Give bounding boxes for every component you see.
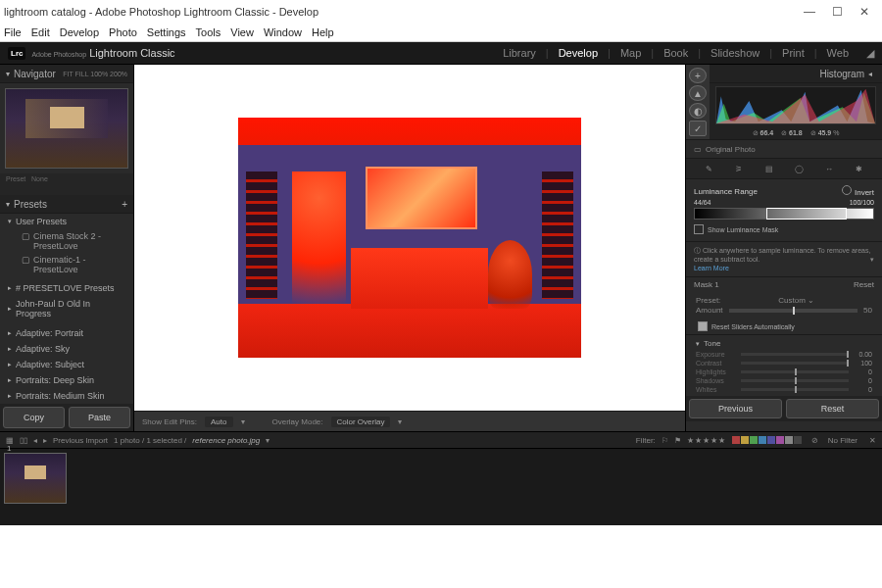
preset-group[interactable]: ▸Portraits: Medium Skin bbox=[0, 388, 133, 404]
amount-slider[interactable] bbox=[729, 309, 858, 313]
right-panel: + ▲ ◐ ✓ Histogram ◂ ⊘ 66.4 bbox=[685, 65, 882, 431]
paste-button[interactable]: Paste bbox=[69, 407, 130, 428]
linear-icon[interactable]: ▤ bbox=[762, 162, 776, 175]
app-header: Lrc Adobe Photoshop Lightroom Classic Li… bbox=[0, 42, 882, 65]
preset-group-user[interactable]: ▾User Presets bbox=[0, 214, 133, 229]
more-icon[interactable]: ✱ bbox=[853, 162, 866, 175]
add-mask-icon[interactable]: + bbox=[689, 68, 707, 83]
preset-group[interactable]: ▸Adaptive: Sky bbox=[0, 341, 133, 357]
show-mask-checkbox[interactable] bbox=[694, 224, 704, 234]
mask-reset-link[interactable]: Reset bbox=[854, 280, 874, 289]
module-web[interactable]: Web bbox=[827, 47, 849, 60]
tone-slider-row[interactable]: Shadows0 bbox=[686, 376, 882, 385]
tone-slider-row[interactable]: Whites0 bbox=[686, 385, 882, 394]
rating-filter[interactable]: ★★★★★ bbox=[687, 436, 726, 445]
module-slideshow[interactable]: Slideshow bbox=[710, 47, 760, 60]
module-library[interactable]: Library bbox=[503, 47, 536, 60]
navigator-preview[interactable] bbox=[5, 88, 128, 169]
previous-button[interactable]: Previous bbox=[689, 399, 782, 418]
maximize-button[interactable]: ☐ bbox=[823, 2, 851, 22]
flag-rejected-icon[interactable]: ⚑ bbox=[674, 436, 681, 445]
develop-toolbar: Show Edit Pins: Auto ▾ Overlay Mode: Col… bbox=[134, 411, 685, 431]
preset-group[interactable]: ▸Adaptive: Subject bbox=[0, 357, 133, 372]
copy-button[interactable]: Copy bbox=[3, 407, 65, 428]
lock-icon[interactable]: ⊘ bbox=[811, 436, 818, 445]
overlay-mode-value[interactable]: Color Overlay bbox=[331, 416, 391, 427]
filter-close-icon[interactable]: ✕ bbox=[869, 436, 876, 445]
histogram-display[interactable] bbox=[715, 86, 876, 124]
filmstrip: 1 bbox=[0, 448, 882, 525]
radial-icon[interactable]: ◯ bbox=[792, 162, 806, 175]
mask-thumb-icon[interactable]: ◐ bbox=[689, 103, 707, 119]
image-canvas[interactable] bbox=[134, 65, 685, 411]
navigator-header[interactable]: ▾ Navigator FIT FILL 100% 200% bbox=[0, 65, 133, 83]
preset-item[interactable]: ▢Cinema Stock 2 - PresetLove bbox=[0, 229, 133, 253]
tone-slider-row[interactable]: Exposure0.00 bbox=[686, 350, 882, 359]
menu-edit[interactable]: Edit bbox=[31, 26, 50, 38]
menu-photo[interactable]: Photo bbox=[109, 26, 137, 38]
menu-tools[interactable]: Tools bbox=[196, 26, 221, 38]
preset-group[interactable]: ▸Adaptive: Portrait bbox=[0, 325, 133, 341]
preset-item[interactable]: ▢Cinematic-1 - PresetLove bbox=[0, 253, 133, 276]
mask-thumb-icon[interactable]: ▲ bbox=[689, 85, 707, 101]
identity-plate-icon[interactable]: ◢ bbox=[866, 47, 874, 60]
range-icon[interactable]: ↔ bbox=[822, 162, 836, 175]
tool-strip: + ▲ ◐ ✓ bbox=[686, 65, 710, 139]
preset-group[interactable]: ▸Portraits: Deep Skin bbox=[0, 372, 133, 388]
filmstrip-thumbnail[interactable]: 1 bbox=[4, 453, 67, 504]
histogram-header[interactable]: Histogram ◂ bbox=[710, 65, 882, 83]
filename: reference photo.jpg bbox=[192, 436, 260, 445]
filmstrip-bar: ▦ ▯▯ ◂ ▸ Previous Import 1 photo / 1 sel… bbox=[0, 431, 882, 448]
source-label[interactable]: Previous Import bbox=[53, 436, 108, 445]
nav-fwd-icon[interactable]: ▸ bbox=[43, 436, 47, 445]
photo-icon: ▭ bbox=[694, 145, 702, 154]
mask-tool-icons: ✎ ⚞ ▤ ◯ ↔ ✱ bbox=[686, 158, 882, 179]
brush-icon[interactable]: ⚞ bbox=[732, 162, 746, 175]
close-button[interactable]: ✕ bbox=[851, 2, 878, 22]
show-pins-value[interactable]: Auto bbox=[205, 416, 232, 427]
tone-header[interactable]: ▾Tone bbox=[686, 337, 882, 350]
color-label-filter[interactable] bbox=[732, 436, 802, 444]
tone-slider-row[interactable]: Contrast100 bbox=[686, 359, 882, 368]
flag-picked-icon[interactable]: ⚐ bbox=[662, 436, 668, 445]
learn-more-link[interactable]: Learn More bbox=[694, 265, 729, 271]
page-margin bbox=[0, 525, 882, 580]
menu-help[interactable]: Help bbox=[312, 26, 334, 38]
presets-header[interactable]: ▾ Presets + bbox=[0, 195, 133, 214]
mask-header: Mask 1Reset bbox=[686, 276, 882, 292]
filter-label: Filter: bbox=[636, 436, 656, 445]
preset-dropdown[interactable]: Custom ⌄ bbox=[778, 296, 814, 305]
menu-settings[interactable]: Settings bbox=[147, 26, 186, 38]
mask-check-icon[interactable]: ✓ bbox=[689, 121, 707, 136]
minimize-button[interactable]: — bbox=[796, 2, 823, 22]
menu-view[interactable]: View bbox=[230, 26, 254, 38]
presets-list: ▾User Presets ▢Cinema Stock 2 - PresetLo… bbox=[0, 214, 133, 404]
chevron-down-icon[interactable]: ▾ bbox=[870, 255, 874, 264]
compare-icon[interactable]: ▯▯ bbox=[20, 436, 27, 445]
overlay-mode-label: Overlay Mode: bbox=[272, 417, 323, 426]
filter-preset[interactable]: No Filter bbox=[828, 436, 858, 445]
module-develop[interactable]: Develop bbox=[559, 47, 598, 60]
edit-icon[interactable]: ✎ bbox=[702, 162, 715, 175]
invert-radio[interactable] bbox=[842, 185, 852, 195]
nav-back-icon[interactable]: ◂ bbox=[33, 436, 37, 445]
add-preset-icon[interactable]: + bbox=[122, 199, 127, 210]
snapshot-strip: Preset None bbox=[0, 173, 133, 195]
original-photo-row[interactable]: ▭Original Photo bbox=[686, 139, 882, 158]
preset-group[interactable]: ▸# PRESETLOVE Presets bbox=[0, 280, 133, 296]
app-brand: Adobe Photoshop Lightroom Classic bbox=[30, 47, 174, 59]
module-book[interactable]: Book bbox=[663, 47, 688, 60]
menu-file[interactable]: File bbox=[4, 26, 22, 38]
reset-button[interactable]: Reset bbox=[786, 399, 879, 418]
auto-reset-checkbox[interactable] bbox=[698, 321, 708, 331]
chevron-down-icon[interactable]: ▾ bbox=[266, 436, 270, 445]
show-pins-label: Show Edit Pins: bbox=[142, 417, 197, 426]
window-title: lightroom catalog - Adobe Photoshop Ligh… bbox=[4, 6, 318, 18]
luminance-slider[interactable] bbox=[694, 208, 874, 220]
menu-develop[interactable]: Develop bbox=[60, 26, 99, 38]
module-map[interactable]: Map bbox=[620, 47, 641, 60]
tone-slider-row[interactable]: Highlights0 bbox=[686, 368, 882, 376]
menu-window[interactable]: Window bbox=[264, 26, 302, 38]
preset-group[interactable]: ▸John-Paul D Old In Progress bbox=[0, 296, 133, 321]
module-print[interactable]: Print bbox=[782, 47, 805, 60]
